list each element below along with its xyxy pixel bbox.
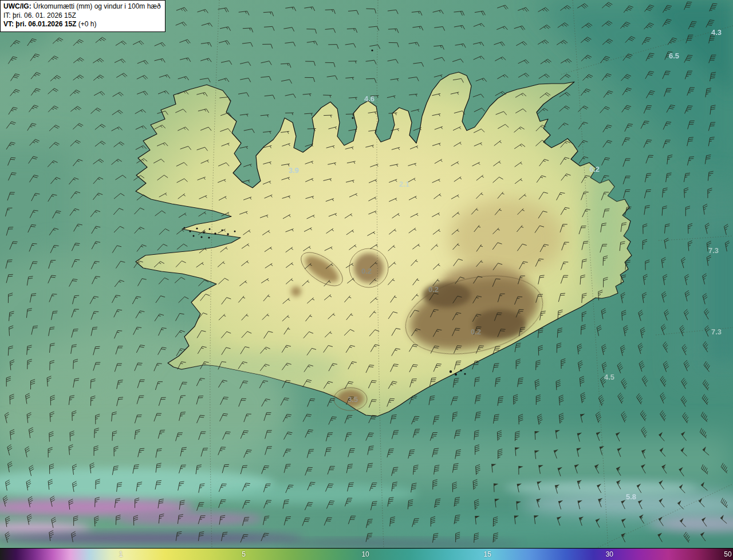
title-line-1: UWC/IG: Úrkomumætti (mm) og vindur i 100… — [3, 2, 161, 11]
value-label: 4.6 — [364, 94, 375, 103]
value-label: 0.2 — [361, 267, 372, 275]
value-label: 7.3 — [711, 328, 722, 336]
product-title: Úrkomumætti (mm) og vindur i 100m hæð — [31, 2, 161, 10]
value-label: 0.2 — [428, 285, 439, 294]
value-label: 2.1 — [399, 180, 409, 188]
colorbar-tick: 5 — [242, 550, 246, 558]
value-label: 6.5 — [669, 52, 679, 60]
value-label: 5.8 — [626, 492, 636, 501]
colorbar-tick: 10 — [361, 550, 369, 558]
weather-map-page: 4.36.54.63.92.16.27.30.20.20.27.34.53.55… — [0, 0, 733, 560]
product-id: UWC/IG: — [3, 2, 31, 10]
title-line-3: VT: þri. 06.01.2026 15Z (+0 h) — [3, 20, 161, 29]
colorbar-tick: 1 — [119, 550, 123, 558]
valid-time: VT: þri. 06.01.2026 15Z — [3, 20, 76, 28]
value-label: 6.2 — [589, 165, 600, 173]
title-box: UWC/IG: Úrkomumætti (mm) og vindur i 100… — [0, 0, 165, 32]
value-label: 3.9 — [289, 166, 299, 175]
valid-offset: (+0 h) — [76, 20, 96, 28]
init-time: IT: þri. 06. 01. 2026 15Z — [3, 11, 76, 19]
value-label: 7.3 — [708, 246, 719, 255]
value-label: 4.3 — [711, 28, 722, 37]
colorbar-tick: 50 — [724, 550, 731, 558]
colorbar-tick: 30 — [606, 550, 613, 558]
colorbar-legend: 1510153050 — [0, 548, 733, 560]
value-label: 4.5 — [604, 373, 614, 381]
value-label: 3.5 — [348, 395, 358, 404]
colorbar-tick: 15 — [484, 550, 491, 558]
value-label: 0.2 — [471, 328, 481, 336]
weather-map: 4.36.54.63.92.16.27.30.20.20.27.34.53.55… — [0, 0, 733, 549]
title-line-2: IT: þri. 06. 01. 2026 15Z — [3, 11, 161, 21]
